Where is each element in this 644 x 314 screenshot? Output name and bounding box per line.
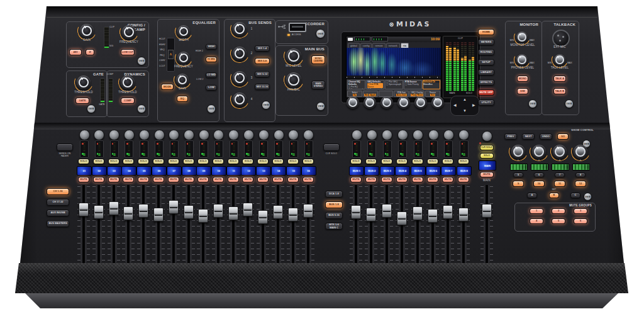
- screen-tab-global[interactable]: global: [348, 43, 360, 48]
- channel-fader[interactable]: [457, 185, 470, 263]
- mute-button[interactable]: MUTE: [396, 177, 408, 182]
- talk-level-knob[interactable]: [554, 54, 565, 65]
- solo-button[interactable]: SOLO: [458, 159, 469, 164]
- monitor-dim-button[interactable]: DIM: [517, 88, 528, 94]
- eq-band-himid-button[interactable]: HI MID: [206, 57, 217, 62]
- mute-group-5-button[interactable]: 5: [552, 218, 565, 224]
- channel-encoder[interactable]: [243, 130, 254, 140]
- assign-encoder-2[interactable]: [532, 145, 546, 159]
- show-control-next-button[interactable]: NEXT: [522, 133, 535, 140]
- channel-encoder[interactable]: [94, 130, 104, 140]
- solo-button[interactable]: SOLO: [412, 159, 423, 164]
- phones-level-knob[interactable]: [516, 54, 528, 65]
- solo-button[interactable]: SOLO: [427, 159, 438, 164]
- channel-encoder[interactable]: [413, 130, 423, 140]
- solo-button[interactable]: SOLO: [108, 159, 119, 164]
- channel-encoder[interactable]: [428, 130, 439, 140]
- mute-button[interactable]: MUTE: [153, 177, 164, 182]
- channel-fader[interactable]: [395, 185, 409, 263]
- channel-fader[interactable]: [211, 185, 225, 263]
- menu-button-mute-grp[interactable]: MUTE GRP: [478, 89, 494, 96]
- solo-button[interactable]: SOLO: [213, 159, 224, 164]
- channel-fader[interactable]: [241, 185, 255, 263]
- monitor-level-knob[interactable]: [516, 31, 528, 43]
- channel-encoder[interactable]: [352, 130, 362, 140]
- eq-frequency-knob[interactable]: [177, 52, 190, 64]
- bus-send-knob-1[interactable]: [233, 22, 247, 36]
- comp-threshold-knob[interactable]: [121, 76, 135, 89]
- mute-group-3-button[interactable]: 3: [574, 208, 587, 214]
- gate-view-button[interactable]: VIEW: [87, 104, 96, 113]
- show-control-go-button[interactable]: GO: [557, 133, 569, 140]
- assign-encoder-1[interactable]: [511, 145, 525, 159]
- mute-group-2-button[interactable]: 2: [552, 208, 565, 214]
- channel-encoder[interactable]: [303, 130, 314, 140]
- channel-fader[interactable]: [380, 185, 394, 263]
- menu-button-home[interactable]: HOME: [478, 29, 494, 35]
- group-bank-button[interactable]: DCA 1-8: [325, 191, 343, 198]
- channel-encoder[interactable]: [288, 130, 299, 140]
- rta-option-group[interactable]: Channel EQ DefaultsPre EQSpectrograph: [347, 80, 365, 89]
- channel-encoder[interactable]: [79, 130, 90, 140]
- eq-band-high-button[interactable]: HIGH: [206, 44, 217, 50]
- arrow-up-icon[interactable]: ▲: [463, 98, 467, 101]
- bus-send-knob-3[interactable]: [233, 71, 247, 85]
- channel-encoder[interactable]: [199, 130, 209, 140]
- channel-encoder[interactable]: [397, 130, 408, 140]
- mute-group-1-button[interactable]: 1: [530, 208, 543, 214]
- channel-encoder[interactable]: [169, 130, 179, 140]
- talk-b-button[interactable]: TALK B: [553, 88, 566, 94]
- bus-send-bank-button[interactable]: MIX 5-8: [255, 58, 270, 64]
- menu-button-meters[interactable]: METERS: [478, 39, 494, 45]
- mute-button[interactable]: MUTE: [242, 177, 253, 182]
- solo-button[interactable]: SOLO: [396, 159, 408, 164]
- channel-encoder[interactable]: [443, 130, 454, 140]
- solo-button[interactable]: SOLO: [93, 159, 104, 164]
- channel-fader[interactable]: [226, 185, 240, 263]
- channel-fader[interactable]: [441, 185, 455, 263]
- mono-centre-button[interactable]: MONO CENTRE: [311, 55, 325, 64]
- pan-bal-knob[interactable]: [286, 72, 301, 87]
- screen-tab-remote[interactable]: remote: [372, 43, 385, 48]
- channel-encoder[interactable]: [228, 130, 239, 140]
- main-clr-solo-button[interactable]: CLR SOLO: [480, 145, 494, 150]
- screen-push-encoder-3[interactable]: [380, 96, 393, 109]
- solo-button[interactable]: SOLO: [123, 159, 134, 164]
- bus-send-knob-4[interactable]: [233, 93, 247, 106]
- solo-button[interactable]: SOLO: [350, 159, 362, 164]
- eq-width-knob[interactable]: [177, 25, 190, 38]
- channel-fader[interactable]: [364, 185, 378, 263]
- channel-fader[interactable]: [136, 185, 150, 263]
- solo-button[interactable]: SOLO: [228, 159, 239, 164]
- menu-button-utility[interactable]: UTILITY: [478, 99, 494, 106]
- mute-button[interactable]: MUTE: [197, 177, 209, 182]
- assign-button-7[interactable]: 7: [555, 172, 565, 177]
- eq-on-button[interactable]: EQ: [177, 96, 188, 102]
- solo-button[interactable]: SOLO: [183, 159, 194, 164]
- assign-set-b-button[interactable]: B: [549, 193, 559, 198]
- assign-button-8[interactable]: 8: [575, 172, 586, 177]
- mute-button[interactable]: MUTE: [287, 177, 299, 182]
- channel-fader[interactable]: [77, 185, 91, 263]
- mute-button[interactable]: MUTE: [213, 177, 224, 182]
- arrow-down-icon[interactable]: ▼: [463, 109, 467, 113]
- assign-encoder-3[interactable]: [553, 145, 567, 159]
- ext-mic-xlr-connector[interactable]: [552, 30, 570, 47]
- eq-view-button[interactable]: VIEW: [207, 104, 216, 113]
- main-solo-button[interactable]: SOLO: [480, 153, 494, 159]
- navigation-pad[interactable]: ▲ ▼ ◀ ▶: [450, 96, 479, 116]
- bus-send-bank-button[interactable]: MIX 1-4: [255, 45, 270, 52]
- channel-fader[interactable]: [256, 185, 270, 263]
- mute-button[interactable]: MUTE: [458, 177, 469, 182]
- talk-a-button[interactable]: TALK A: [553, 76, 566, 82]
- clr-solo-button[interactable]: [323, 143, 340, 151]
- channel-encoder[interactable]: [258, 130, 269, 140]
- channel-encoder[interactable]: [213, 130, 224, 140]
- channel-encoder[interactable]: [154, 130, 165, 140]
- preamp-view-button[interactable]: VIEW: [137, 57, 146, 65]
- assign-set-c-button[interactable]: C: [570, 193, 580, 198]
- solo-button[interactable]: SOLO: [381, 159, 392, 164]
- comp-button[interactable]: COMP: [121, 98, 135, 104]
- screen-push-encoder-5[interactable]: [414, 96, 427, 109]
- channel-encoder[interactable]: [274, 130, 284, 140]
